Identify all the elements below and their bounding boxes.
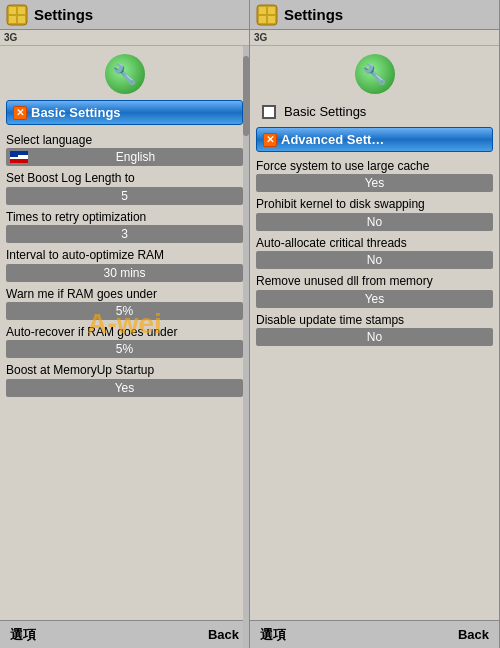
label-kernel-swap: Prohibit kernel to disk swapping <box>256 195 493 212</box>
value-warn-ram[interactable]: 5% <box>6 302 243 320</box>
left-title: Settings <box>34 6 93 23</box>
title-bar-icon-left <box>6 4 28 26</box>
right-status-bar: 3G <box>250 30 499 46</box>
language-value: English <box>32 150 239 164</box>
value-kernel-swap[interactable]: No <box>256 213 493 231</box>
basic-settings-button-right[interactable]: Basic Settings <box>256 100 493 123</box>
right-bottom-bar: 選項 Back <box>250 620 499 648</box>
value-critical-threads[interactable]: No <box>256 251 493 269</box>
right-wrench-icon: 🔧 <box>355 54 395 94</box>
svg-rect-3 <box>9 16 16 23</box>
value-update-timestamps[interactable]: No <box>256 328 493 346</box>
basic-settings-checkbox-right <box>262 105 276 119</box>
value-large-cache[interactable]: Yes <box>256 174 493 192</box>
flag-icon-uk <box>10 151 28 163</box>
left-options-button[interactable]: 選項 <box>10 626 36 644</box>
left-wrench-icon: 🔧 <box>105 54 145 94</box>
label-unused-dll: Remove unused dll from memory <box>256 272 493 289</box>
left-back-button[interactable]: Back <box>208 627 239 642</box>
scroll-thumb[interactable] <box>243 56 249 136</box>
label-large-cache: Force system to use large cache <box>256 157 493 174</box>
svg-rect-9 <box>268 16 275 23</box>
svg-rect-4 <box>18 16 25 23</box>
right-panel: Settings 3G 🔧 Basic Settings ✕ Advanced … <box>250 0 500 648</box>
basic-settings-label-right: Basic Settings <box>284 104 366 119</box>
left-3g-indicator: 3G <box>4 32 17 43</box>
svg-rect-8 <box>259 16 266 23</box>
value-unused-dll[interactable]: Yes <box>256 290 493 308</box>
label-retry: Times to retry optimization <box>6 208 243 225</box>
basic-settings-button-left[interactable]: ✕ Basic Settings <box>6 100 243 125</box>
label-language: Select language <box>6 131 243 148</box>
value-boost-startup[interactable]: Yes <box>6 379 243 397</box>
label-auto-recover: Auto-recover if RAM goes under <box>6 323 243 340</box>
advanced-settings-button[interactable]: ✕ Advanced Sett… <box>256 127 493 152</box>
wrench-symbol-left: 🔧 <box>112 62 137 86</box>
left-settings-list: Select language English Set Boost Log Le… <box>6 131 243 616</box>
right-options-button[interactable]: 選項 <box>260 626 286 644</box>
value-interval[interactable]: 30 mins <box>6 264 243 282</box>
svg-rect-2 <box>18 7 25 14</box>
left-status-bar: 3G <box>0 30 249 46</box>
right-settings-list: Force system to use large cache Yes Proh… <box>256 157 493 616</box>
value-auto-recover[interactable]: 5% <box>6 340 243 358</box>
right-back-button[interactable]: Back <box>458 627 489 642</box>
basic-settings-check-left: ✕ <box>13 106 27 120</box>
label-warn-ram: Warn me if RAM goes under <box>6 285 243 302</box>
left-content: 🔧 ✕ Basic Settings Select language Engli… <box>0 46 249 620</box>
right-title: Settings <box>284 6 343 23</box>
right-title-bar: Settings <box>250 0 499 30</box>
left-bottom-bar: 選項 Back <box>0 620 249 648</box>
title-bar-icon-right <box>256 4 278 26</box>
value-boost-log[interactable]: 5 <box>6 187 243 205</box>
basic-settings-label-left: Basic Settings <box>31 105 121 120</box>
right-3g-indicator: 3G <box>254 32 267 43</box>
value-retry[interactable]: 3 <box>6 225 243 243</box>
label-update-timestamps: Disable update time stamps <box>256 311 493 328</box>
advanced-settings-label: Advanced Sett… <box>281 132 384 147</box>
advanced-settings-check: ✕ <box>263 133 277 147</box>
language-row[interactable]: English <box>6 148 243 166</box>
svg-rect-1 <box>9 7 16 14</box>
wrench-symbol-right: 🔧 <box>362 62 387 86</box>
right-content: 🔧 Basic Settings ✕ Advanced Sett… Force … <box>250 46 499 620</box>
left-panel: Settings 3G 🔧 ✕ Basic Settings Select la… <box>0 0 250 648</box>
label-boost-log: Set Boost Log Length to <box>6 169 243 186</box>
svg-rect-7 <box>268 7 275 14</box>
left-title-bar: Settings <box>0 0 249 30</box>
scrollbar[interactable] <box>243 46 249 648</box>
label-critical-threads: Auto-allocate critical threads <box>256 234 493 251</box>
label-interval: Interval to auto-optimize RAM <box>6 246 243 263</box>
svg-rect-6 <box>259 7 266 14</box>
label-boost-startup: Boost at MemoryUp Startup <box>6 361 243 378</box>
